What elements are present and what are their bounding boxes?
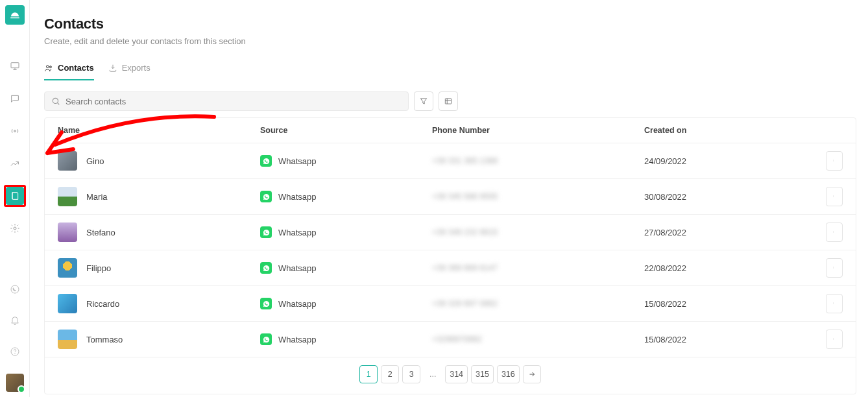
source-label: Whatsapp [278, 228, 317, 237]
row-actions-button[interactable] [826, 258, 843, 278]
cell-name: Gino [58, 151, 260, 171]
cell-phone: +39 369 669 6147 [432, 263, 644, 272]
page-ellipsis: ... [424, 365, 442, 383]
cell-phone: +39 329 697 0862 [432, 299, 644, 308]
sidebar [0, 0, 30, 397]
tab-exports[interactable]: Exports [108, 63, 151, 80]
main-content: Contacts Create, edit and delete your co… [30, 0, 868, 397]
cell-created: 22/08/2022 [644, 263, 817, 273]
svg-point-17 [833, 232, 834, 232]
tab-contacts[interactable]: Contacts [44, 63, 94, 80]
table-row[interactable]: Riccardo Whatsapp +39 329 697 0862 15/08… [45, 286, 856, 322]
cell-name: Maria [58, 187, 260, 206]
cell-source: Whatsapp [260, 155, 432, 167]
svg-rect-0 [11, 63, 19, 68]
svg-point-3 [11, 285, 19, 293]
arrow-right-icon [528, 370, 536, 378]
nav-settings[interactable] [6, 219, 24, 237]
svg-point-26 [833, 339, 834, 339]
svg-point-1 [14, 130, 16, 132]
svg-point-22 [833, 302, 834, 303]
table-row[interactable]: Tommaso Whatsapp +3296970862 15/08/2022 [45, 322, 856, 357]
svg-point-6 [47, 65, 49, 67]
row-actions-button[interactable] [826, 330, 843, 349]
people-icon [44, 64, 53, 73]
nav-whatsapp[interactable] [6, 280, 24, 298]
header-phone: Phone Number [432, 126, 644, 135]
contact-name-text: Filippo [86, 263, 111, 273]
columns-button[interactable] [439, 91, 458, 111]
columns-icon [444, 97, 453, 106]
dots-vertical-icon [833, 334, 836, 344]
row-actions-button[interactable] [826, 294, 843, 313]
page-316[interactable]: 316 [497, 365, 520, 383]
nav-growth[interactable] [6, 154, 24, 173]
contact-avatar [58, 294, 77, 313]
broadcast-icon [10, 126, 20, 136]
nav-contacts[interactable] [6, 187, 24, 205]
page-3[interactable]: 3 [402, 365, 420, 383]
page-2[interactable]: 2 [381, 365, 399, 383]
bell-icon [10, 315, 20, 326]
dots-vertical-icon [833, 263, 836, 273]
nav-broadcast[interactable] [6, 122, 24, 140]
cell-phone: +39 345 586 9555 [432, 192, 644, 201]
svg-point-14 [833, 196, 834, 197]
nav-dashboard[interactable] [6, 57, 24, 75]
page-315[interactable]: 315 [471, 365, 494, 383]
nav-chat[interactable] [6, 90, 24, 108]
svg-rect-9 [445, 99, 451, 104]
header-source: Source [260, 126, 432, 135]
source-label: Whatsapp [278, 192, 317, 202]
download-icon [108, 64, 117, 73]
filter-button[interactable] [414, 91, 433, 111]
app-logo[interactable] [5, 5, 25, 25]
contact-avatar [58, 187, 77, 206]
page-314[interactable]: 314 [445, 365, 468, 383]
cell-source: Whatsapp [260, 262, 432, 274]
contact-name-text: Gino [86, 156, 104, 166]
svg-point-5 [14, 354, 15, 354]
row-actions-button[interactable] [826, 151, 843, 171]
table-body: Gino Whatsapp +39 331 365 1388 24/09/202… [45, 143, 856, 357]
whatsapp-icon [260, 262, 272, 274]
nav-notifications[interactable] [6, 311, 24, 330]
toolbar [44, 91, 856, 111]
table-row[interactable]: Stefano Whatsapp +39 349 232 9815 27/08/… [45, 215, 856, 250]
gear-icon [10, 223, 20, 234]
whatsapp-icon [260, 226, 272, 238]
row-actions-button[interactable] [826, 223, 843, 242]
whatsapp-icon [260, 333, 272, 345]
svg-point-18 [833, 232, 834, 233]
nav-help[interactable] [6, 343, 24, 361]
svg-point-10 [833, 160, 834, 160]
source-label: Whatsapp [278, 156, 317, 166]
contact-avatar [58, 330, 77, 349]
cell-source: Whatsapp [260, 226, 432, 238]
cell-created: 30/08/2022 [644, 192, 817, 202]
cell-phone: +39 349 232 9815 [432, 228, 644, 237]
svg-point-19 [833, 267, 834, 267]
header-name: Name [58, 126, 260, 135]
row-actions-button[interactable] [826, 187, 843, 206]
contact-name-text: Maria [86, 192, 108, 202]
filter-icon [419, 97, 428, 106]
cell-name: Riccardo [58, 294, 260, 313]
search-box[interactable] [44, 91, 409, 111]
page-next[interactable] [523, 365, 541, 383]
page-1[interactable]: 1 [359, 365, 378, 383]
svg-point-21 [833, 268, 834, 269]
book-icon [10, 191, 20, 201]
table-row[interactable]: Gino Whatsapp +39 331 365 1388 24/09/202… [45, 143, 856, 179]
svg-point-24 [833, 304, 834, 304]
table-row[interactable]: Maria Whatsapp +39 345 586 9555 30/08/20… [45, 179, 856, 215]
contact-avatar [58, 258, 77, 278]
search-input[interactable] [66, 97, 402, 106]
table-row[interactable]: Filippo Whatsapp +39 369 669 6147 22/08/… [45, 250, 856, 286]
whatsapp-icon [260, 155, 272, 167]
contact-name-text: Riccardo [86, 299, 119, 309]
cell-created: 15/08/2022 [644, 299, 817, 309]
cell-source: Whatsapp [260, 191, 432, 202]
user-avatar[interactable] [6, 374, 24, 392]
nav-primary [6, 57, 24, 237]
